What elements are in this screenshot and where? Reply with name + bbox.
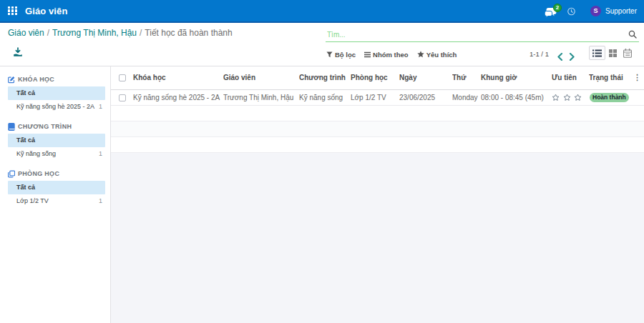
search-input[interactable]: [327, 29, 613, 41]
breadcrumb-link-giao-vien[interactable]: Giáo viên: [8, 28, 44, 38]
sidebar-section-phong-hoc: PHÒNG HỌC Tất cả Lớp 1/2 TV 1: [0, 167, 110, 208]
column-header-ngay[interactable]: Ngày: [399, 66, 452, 89]
column-header-khoa-hoc[interactable]: Khóa học: [133, 66, 223, 89]
sidebar-section-header: KHÓA HỌC: [0, 72, 110, 86]
sidebar-item-label: Tất cả: [16, 184, 35, 191]
sidebar-item-label: Kỹ năng sống: [16, 150, 56, 157]
sidebar-item-phong-hoc-1[interactable]: Lớp 1/2 TV 1: [8, 194, 105, 208]
sidebar-item-phong-hoc-all[interactable]: Tất cả: [8, 181, 105, 194]
messages-button[interactable]: 2: [545, 2, 561, 19]
star-outline-icon[interactable]: [552, 94, 560, 101]
sidebar-item-count: 1: [99, 147, 102, 161]
empty-row: [111, 106, 644, 121]
column-header-chuong-trinh[interactable]: Chương trình: [299, 66, 351, 89]
groupby-label: Nhóm theo: [373, 51, 409, 59]
sidebar-section-label: CHƯƠNG TRÌNH: [18, 123, 72, 130]
book-icon: [8, 123, 15, 131]
cell-giao-vien: Trương Thị Minh, Hậu: [223, 89, 299, 105]
calendar-view-button[interactable]: [623, 49, 632, 58]
favorites-label: Yêu thích: [426, 51, 457, 59]
edit-icon: [8, 76, 15, 84]
column-header-trang-thai[interactable]: Trạng thái: [589, 66, 633, 89]
star-outline-icon[interactable]: [574, 94, 582, 101]
clock-icon: [567, 7, 575, 16]
column-header-thu[interactable]: Thứ: [452, 66, 481, 89]
sidebar-item-count: 1: [99, 100, 102, 114]
groupby-bars-icon: [364, 51, 371, 58]
column-header-phong-hoc[interactable]: Phòng học: [351, 66, 399, 89]
search-bar: [326, 28, 639, 42]
status-badge: Hoàn thành: [590, 93, 629, 102]
activities-button[interactable]: [567, 7, 575, 15]
control-panel: Bộ lọc Nhóm theo Yêu thích 1-1 / 1: [0, 43, 644, 66]
kanban-view-icon: [609, 49, 617, 57]
favorites-button[interactable]: Yêu thích: [417, 51, 457, 59]
filters-label: Bộ lọc: [335, 51, 356, 59]
star-outline-icon[interactable]: [563, 94, 571, 101]
empty-row: [111, 137, 644, 153]
sidebar-section-header: PHÒNG HỌC: [0, 167, 110, 181]
pager-next-button[interactable]: [569, 51, 575, 64]
sidebar-item-khoa-hoc-1[interactable]: Kỹ năng sống hè 2025 - 2A 1: [8, 100, 105, 114]
sidebar-item-count: 1: [99, 194, 102, 208]
app-window: Giáo viên 2 S Supporter Giáo viên/Tr: [0, 0, 644, 323]
table-row[interactable]: Kỹ năng sống hè 2025 - 2A Trương Thị Min…: [111, 89, 644, 105]
cell-chuong-trinh: Kỹ năng sống: [299, 89, 351, 105]
sidebar-section-label: KHÓA HỌC: [18, 76, 54, 83]
messages-count-badge: 2: [553, 4, 562, 12]
sidebar-item-label: Kỹ năng sống hè 2025 - 2A: [16, 103, 94, 110]
empty-row: [111, 121, 644, 137]
cell-uu-tien: [552, 89, 589, 105]
sidebar-item-label: Tất cả: [16, 89, 35, 96]
search-icon[interactable]: [628, 30, 637, 39]
app-title[interactable]: Giáo viên: [25, 6, 67, 16]
select-all-checkbox[interactable]: [119, 74, 126, 81]
sidebar-item-label: Lớp 1/2 TV: [16, 197, 49, 204]
column-header-giao-vien[interactable]: Giáo viên: [223, 66, 299, 89]
filters-button[interactable]: Bộ lọc: [326, 51, 356, 59]
kanban-view-button[interactable]: [609, 49, 617, 57]
sidebar-item-label: Tất cả: [16, 136, 35, 144]
sidebar-section-label: PHÒNG HỌC: [18, 170, 59, 177]
apps-menu-icon[interactable]: [8, 6, 17, 16]
sidebar-item-chuong-trinh-1[interactable]: Kỹ năng sống 1: [8, 147, 105, 161]
filter-funnel-icon: [326, 51, 333, 58]
cell-trang-thai: Hoàn thành: [589, 89, 633, 105]
favorite-star-icon: [417, 51, 424, 58]
pager-previous-button[interactable]: [557, 51, 563, 64]
export-button[interactable]: [13, 47, 23, 60]
cell-ngay: 23/06/2025: [399, 89, 452, 105]
row-checkbox[interactable]: [119, 94, 126, 101]
copy-icon: [8, 170, 15, 178]
chevron-left-icon: [557, 53, 563, 61]
groupby-button[interactable]: Nhóm theo: [364, 51, 409, 59]
sidebar-section-header: CHƯƠNG TRÌNH: [0, 119, 110, 134]
pager-range: 1-1 / 1: [530, 43, 549, 66]
breadcrumb-current: Tiết học đã hoàn thành: [145, 28, 232, 38]
records-table: Khóa học Giáo viên Chương trình Phòng họ…: [111, 66, 644, 106]
cell-khung-gio: 08:00 - 08:45 (45m): [481, 89, 552, 105]
user-avatar[interactable]: S: [590, 6, 601, 16]
breadcrumb-separator: /: [44, 28, 52, 38]
content-area: KHÓA HỌC Tất cả Kỹ năng sống hè 2025 - 2…: [0, 66, 644, 323]
user-name[interactable]: Supporter: [605, 7, 637, 15]
table-header-row: Khóa học Giáo viên Chương trình Phòng họ…: [111, 66, 644, 89]
column-header-khung-gio[interactable]: Khung giờ: [481, 66, 552, 89]
search-panel-sidebar: KHÓA HỌC Tất cả Kỹ năng sống hè 2025 - 2…: [0, 66, 111, 323]
breadcrumb-link-teacher[interactable]: Trương Thị Minh, Hậu: [52, 28, 137, 38]
download-icon: [13, 47, 23, 57]
top-navbar: Giáo viên 2 S Supporter: [0, 0, 644, 23]
list-view-button[interactable]: [589, 46, 605, 60]
breadcrumb-separator-2: /: [137, 28, 145, 38]
cell-khoa-hoc: Kỹ năng sống hè 2025 - 2A: [133, 89, 223, 105]
list-view-icon: [592, 49, 602, 57]
sidebar-item-khoa-hoc-all[interactable]: Tất cả: [8, 86, 105, 100]
breadcrumb-search-row: Giáo viên/Trương Thị Minh, Hậu/Tiết học …: [0, 23, 644, 43]
sidebar-section-khoa-hoc: KHÓA HỌC Tất cả Kỹ năng sống hè 2025 - 2…: [0, 72, 110, 114]
column-header-uu-tien[interactable]: Ưu tiên: [552, 66, 589, 89]
sidebar-item-chuong-trinh-all[interactable]: Tất cả: [8, 134, 105, 147]
cell-thu: Monday: [452, 89, 481, 105]
calendar-view-icon: [623, 49, 632, 58]
breadcrumb: Giáo viên/Trương Thị Minh, Hậu/Tiết học …: [8, 23, 233, 44]
optional-columns-button[interactable]: ⋮: [633, 73, 641, 81]
